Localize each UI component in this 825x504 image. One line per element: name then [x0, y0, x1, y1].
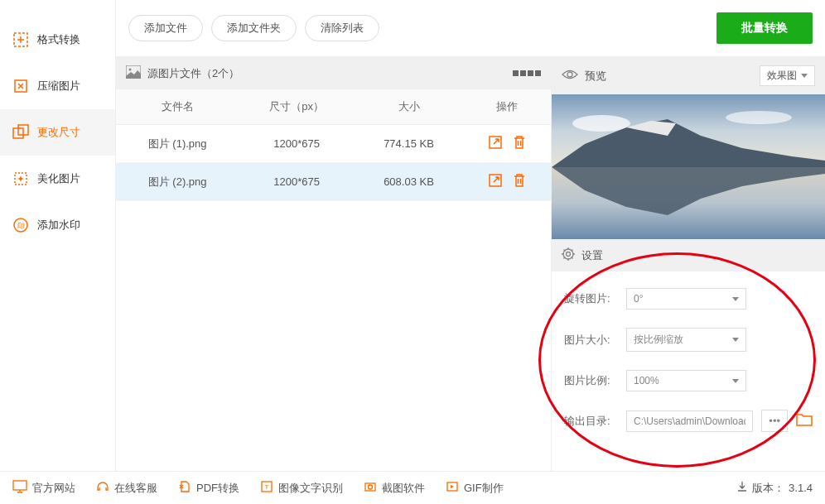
svg-point-14	[572, 115, 630, 132]
preview-header: 预览 效果图	[552, 57, 825, 94]
gear-icon	[562, 247, 575, 263]
svg-point-17	[567, 252, 571, 257]
monitor-icon	[12, 480, 27, 496]
cell-dim: 1200*675	[239, 125, 355, 163]
format-icon	[12, 31, 29, 48]
table-row[interactable]: 图片 (1).png 1200*675 774.15 KB	[116, 125, 551, 163]
files-header: 源图片文件（2个）	[116, 57, 551, 89]
size-value: 按比例缩放	[634, 333, 683, 347]
cell-size: 608.03 KB	[355, 163, 463, 201]
delete-icon[interactable]	[513, 135, 526, 152]
rotate-select[interactable]: 0°	[626, 288, 746, 310]
preview-mode-select[interactable]: 效果图	[760, 65, 815, 86]
sidebar: 格式转换 压缩图片 更改尺寸 美化图片 印 添加水印	[0, 0, 116, 472]
add-file-button[interactable]: 添加文件	[128, 15, 203, 41]
export-icon[interactable]	[488, 173, 503, 190]
svg-rect-18	[13, 481, 27, 490]
resize-icon	[12, 124, 29, 141]
capture-icon	[364, 480, 377, 496]
preview-mode-value: 效果图	[767, 69, 797, 83]
pdf-icon	[178, 480, 191, 496]
gif-label: GIF制作	[464, 481, 504, 496]
export-icon[interactable]	[488, 135, 503, 152]
capture-link[interactable]: 截图软件	[364, 480, 425, 496]
sidebar-item-format[interactable]: 格式转换	[0, 17, 115, 63]
rotate-label: 旋转图片:	[564, 291, 618, 306]
sidebar-item-resize[interactable]: 更改尺寸	[0, 109, 115, 156]
support-label: 在线客服	[114, 481, 157, 496]
beautify-icon	[12, 170, 29, 187]
output-label: 输出目录:	[564, 414, 618, 429]
version-label: 版本：	[752, 481, 784, 496]
ratio-label: 图片比例:	[564, 373, 618, 388]
add-folder-button[interactable]: 添加文件夹	[211, 15, 297, 41]
image-icon	[126, 65, 141, 81]
sidebar-item-label: 美化图片	[37, 171, 80, 186]
main: 添加文件 添加文件夹 清除列表 批量转换 源图片文件（2个） 文件名 尺寸（px…	[116, 0, 825, 472]
ocr-link[interactable]: T 图像文字识别	[260, 480, 343, 496]
cell-size: 774.15 KB	[355, 125, 463, 163]
rotate-value: 0°	[634, 293, 643, 305]
svg-point-22	[369, 485, 373, 489]
browse-button[interactable]: •••	[761, 410, 788, 432]
preview-icon	[562, 69, 578, 83]
ratio-value: 100%	[634, 375, 659, 386]
pdf-link[interactable]: PDF转换	[178, 480, 239, 496]
chevron-down-icon	[732, 297, 739, 301]
ocr-label: 图像文字识别	[278, 481, 343, 496]
sidebar-item-compress[interactable]: 压缩图片	[0, 63, 115, 109]
preview-title: 预览	[585, 69, 606, 84]
folder-icon[interactable]	[796, 413, 813, 429]
svg-point-11	[567, 72, 572, 77]
col-ops: 操作	[463, 89, 551, 125]
version: 版本： 3.1.4	[736, 481, 813, 496]
clear-list-button[interactable]: 清除列表	[305, 15, 379, 41]
headset-icon	[96, 480, 109, 496]
svg-text:T: T	[265, 483, 269, 491]
chevron-down-icon	[732, 338, 739, 342]
col-name: 文件名	[116, 89, 239, 125]
watermark-icon: 印	[12, 217, 29, 233]
chevron-down-icon	[801, 74, 808, 78]
gif-icon	[446, 480, 459, 496]
capture-label: 截图软件	[382, 481, 425, 496]
ocr-icon: T	[260, 480, 273, 496]
svg-rect-21	[365, 483, 375, 491]
table-row[interactable]: 图片 (2).png 1200*675 608.03 KB	[116, 163, 551, 201]
sidebar-item-beautify[interactable]: 美化图片	[0, 156, 115, 202]
delete-icon[interactable]	[513, 173, 526, 190]
bottombar: 官方网站 在线客服 PDF转换 T 图像文字识别 截图软件 GIF制作 版本： …	[0, 471, 825, 504]
sidebar-item-label: 添加水印	[37, 218, 80, 233]
settings-header: 设置	[552, 239, 825, 271]
support-link[interactable]: 在线客服	[96, 480, 157, 496]
pdf-label: PDF转换	[196, 481, 239, 496]
cell-dim: 1200*675	[239, 163, 355, 201]
website-link[interactable]: 官方网站	[12, 480, 75, 496]
file-list-panel: 源图片文件（2个） 文件名 尺寸（px） 大小 操作 图片	[116, 57, 552, 472]
output-path-input[interactable]	[626, 410, 753, 432]
size-select[interactable]: 按比例缩放	[626, 328, 746, 352]
view-toggle-icon[interactable]	[513, 70, 541, 76]
svg-text:印: 印	[17, 222, 25, 230]
sidebar-item-label: 更改尺寸	[37, 125, 80, 140]
col-dim: 尺寸（px）	[239, 89, 355, 125]
version-value: 3.1.4	[789, 482, 813, 494]
svg-point-15	[726, 111, 792, 124]
col-size: 大小	[355, 89, 463, 125]
chevron-down-icon	[732, 379, 739, 383]
sidebar-item-label: 压缩图片	[37, 79, 80, 94]
sidebar-item-watermark[interactable]: 印 添加水印	[0, 202, 115, 248]
files-header-text: 源图片文件（2个）	[147, 66, 239, 81]
size-label: 图片大小:	[564, 333, 618, 348]
cell-name: 图片 (1).png	[116, 125, 239, 163]
topbar: 添加文件 添加文件夹 清除列表 批量转换	[116, 0, 825, 57]
svg-point-8	[129, 69, 132, 71]
preview-image	[552, 94, 825, 239]
compress-icon	[12, 78, 29, 94]
settings-title: 设置	[581, 248, 603, 263]
website-label: 官方网站	[32, 481, 75, 496]
ratio-select[interactable]: 100%	[626, 370, 746, 391]
sidebar-item-label: 格式转换	[37, 32, 80, 47]
batch-convert-button[interactable]: 批量转换	[716, 12, 813, 44]
gif-link[interactable]: GIF制作	[446, 480, 504, 496]
